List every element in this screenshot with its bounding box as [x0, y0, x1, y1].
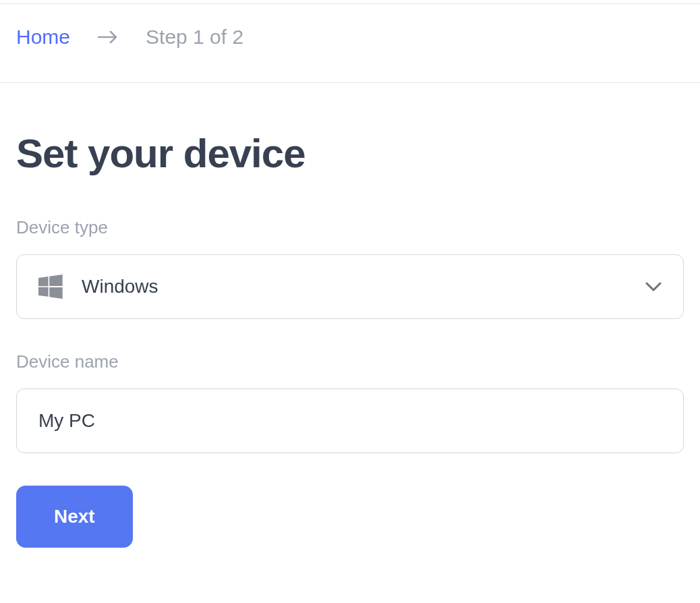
device-name-input[interactable] [16, 389, 684, 453]
device-type-label: Device type [16, 217, 684, 238]
device-name-label: Device name [16, 351, 684, 372]
device-type-field-group: Device type Windows [16, 217, 684, 319]
breadcrumb-home-link[interactable]: Home [16, 26, 70, 49]
breadcrumb: Home Step 1 of 2 [0, 4, 700, 83]
breadcrumb-step-label: Step 1 of 2 [146, 26, 243, 49]
next-button[interactable]: Next [16, 486, 133, 548]
device-type-select[interactable]: Windows [16, 254, 684, 319]
page-title: Set your device [16, 130, 684, 177]
device-name-field-group: Device name [16, 351, 684, 453]
device-type-value: Windows [82, 276, 645, 297]
arrow-right-icon [97, 30, 119, 44]
windows-icon [38, 275, 63, 299]
main-content: Set your device Device type Windows Devi… [0, 83, 700, 564]
chevron-down-icon [645, 282, 662, 291]
